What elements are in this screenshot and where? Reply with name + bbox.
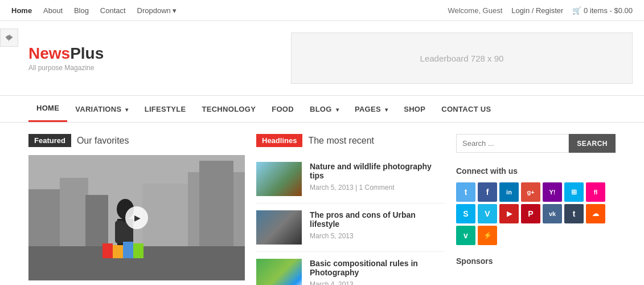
play-button[interactable] bbox=[125, 206, 148, 229]
headlines-badge: Headlines bbox=[256, 134, 302, 147]
variations-arrow: ▾ bbox=[125, 107, 128, 113]
headline-comment-1: | 1 Comment bbox=[355, 184, 394, 192]
headline-item-2: The pros and cons of Urban lifestyle Mar… bbox=[256, 203, 445, 252]
windows-icon[interactable]: ⊞ bbox=[564, 182, 584, 202]
cart-info[interactable]: 🛒 0 items - $0.00 bbox=[572, 6, 633, 15]
search-button[interactable]: SEARCH bbox=[569, 134, 616, 153]
headlines-list: Nature and wildlife photography tips Mar… bbox=[256, 155, 445, 285]
headline-title-1[interactable]: Nature and wildlife photography tips bbox=[310, 162, 445, 180]
social-grid: t f in g+ Y! ⊞ fl S V ▶ P vk t ☁ v ⚡ bbox=[456, 182, 616, 245]
connect-title: Connect with us bbox=[456, 166, 616, 176]
featured-title: Our favorites bbox=[77, 136, 129, 146]
vine-icon[interactable]: v bbox=[456, 226, 475, 245]
svg-rect-15 bbox=[133, 243, 143, 258]
svg-rect-14 bbox=[123, 242, 133, 258]
rss-icon[interactable]: ⚡ bbox=[478, 226, 497, 245]
featured-header: Featured Our favorites bbox=[28, 134, 245, 147]
topbar-right: Welcome, Guest Login / Register 🛒 0 item… bbox=[448, 6, 633, 15]
googleplus-icon[interactable]: g+ bbox=[521, 182, 540, 202]
headline-thumb-2 bbox=[256, 210, 302, 245]
svg-rect-13 bbox=[113, 245, 123, 258]
settings-icon[interactable] bbox=[0, 28, 18, 47]
blog-arrow: ▾ bbox=[336, 107, 339, 113]
featured-section: Featured Our favorites bbox=[28, 134, 245, 285]
headline-meta-3: March 4, 2013 bbox=[310, 280, 354, 285]
logo-plus: Plus bbox=[70, 44, 104, 62]
leaderboard-ad: Leaderboard 728 x 90 bbox=[291, 32, 633, 84]
logo-news: News bbox=[28, 44, 70, 62]
youtube-icon[interactable]: ▶ bbox=[499, 204, 519, 223]
nav-technology[interactable]: TECHNOLOGY bbox=[194, 97, 264, 121]
nav-blog[interactable]: BLOG ▾ bbox=[302, 97, 347, 121]
nav-home[interactable]: HOME bbox=[28, 96, 67, 122]
nav-contact-us[interactable]: CONTACT US bbox=[433, 97, 499, 121]
nav-pages[interactable]: PAGES ▾ bbox=[347, 97, 396, 121]
topbar-dropdown[interactable]: Dropdown ▾ bbox=[137, 6, 177, 15]
nav-shop[interactable]: SHOP bbox=[396, 97, 433, 121]
topbar-contact[interactable]: Contact bbox=[100, 6, 126, 15]
content-area: Featured Our favorites bbox=[0, 123, 644, 285]
topbar-about[interactable]: About bbox=[43, 6, 63, 15]
nav-variations[interactable]: VARIATIONS ▾ bbox=[67, 97, 136, 121]
headline-thumb-3 bbox=[256, 259, 302, 285]
soundcloud-icon[interactable]: ☁ bbox=[586, 204, 605, 223]
featured-badge: Featured bbox=[28, 134, 71, 147]
topbar-nav: Home About Blog Contact Dropdown ▾ bbox=[11, 6, 186, 15]
vimeo-icon[interactable]: V bbox=[478, 204, 497, 223]
headline-title-3[interactable]: Basic compositional rules in Photography bbox=[310, 259, 445, 277]
sponsors-title: Sponsors bbox=[456, 256, 616, 266]
topbar-home[interactable]: Home bbox=[11, 6, 32, 15]
headline-text-3: Basic compositional rules in Photography… bbox=[310, 259, 445, 285]
featured-img-bg bbox=[28, 155, 245, 280]
welcome-text: Welcome, Guest bbox=[448, 6, 502, 15]
topbar-blog[interactable]: Blog bbox=[74, 6, 89, 15]
headline-meta-2: March 5, 2013 bbox=[310, 232, 354, 240]
twitter-icon[interactable]: t bbox=[456, 182, 475, 202]
pages-arrow: ▾ bbox=[385, 107, 388, 113]
featured-image[interactable] bbox=[28, 155, 245, 280]
headline-item-1: Nature and wildlife photography tips Mar… bbox=[256, 155, 445, 203]
nav-food[interactable]: FOOD bbox=[264, 97, 302, 121]
headline-text-2: The pros and cons of Urban lifestyle Mar… bbox=[310, 210, 445, 240]
flickr-icon[interactable]: fl bbox=[586, 182, 605, 202]
headlines-section: Headlines The most recent Nature and wil… bbox=[256, 134, 445, 285]
skype-icon[interactable]: S bbox=[456, 204, 475, 223]
svg-rect-12 bbox=[102, 243, 113, 258]
logo[interactable]: NewsPlus All purpose Magazine bbox=[28, 44, 104, 72]
yahoo-icon[interactable]: Y! bbox=[543, 182, 562, 202]
headline-item-3: Basic compositional rules in Photography… bbox=[256, 252, 445, 285]
facebook-icon[interactable]: f bbox=[478, 182, 497, 202]
topbar: Home About Blog Contact Dropdown ▾ Welco… bbox=[0, 0, 644, 21]
headline-meta-1: March 5, 2013 | 1 Comment bbox=[310, 184, 395, 192]
vk-icon[interactable]: vk bbox=[543, 204, 562, 223]
linkedin-icon[interactable]: in bbox=[499, 182, 519, 202]
search-input[interactable] bbox=[456, 134, 569, 153]
search-box: SEARCH bbox=[456, 134, 616, 153]
header: NewsPlus All purpose Magazine Leaderboar… bbox=[0, 21, 644, 95]
tumblr-icon[interactable]: t bbox=[564, 204, 584, 223]
nav-lifestyle[interactable]: LIFESTYLE bbox=[137, 97, 194, 121]
headline-title-2[interactable]: The pros and cons of Urban lifestyle bbox=[310, 210, 445, 229]
headlines-title: The most recent bbox=[308, 136, 374, 146]
logo-tagline: All purpose Magazine bbox=[28, 64, 104, 72]
sidebar: SEARCH Connect with us t f in g+ Y! ⊞ fl… bbox=[456, 134, 616, 285]
headline-text-1: Nature and wildlife photography tips Mar… bbox=[310, 162, 445, 192]
pinterest-icon[interactable]: P bbox=[521, 204, 540, 223]
login-register-link[interactable]: Login / Register bbox=[511, 6, 563, 15]
main-nav: HOME VARIATIONS ▾ LIFESTYLE TECHNOLOGY F… bbox=[0, 95, 644, 123]
headline-thumb-1 bbox=[256, 162, 302, 196]
svg-rect-10 bbox=[115, 221, 124, 243]
headlines-header: Headlines The most recent bbox=[256, 134, 445, 147]
